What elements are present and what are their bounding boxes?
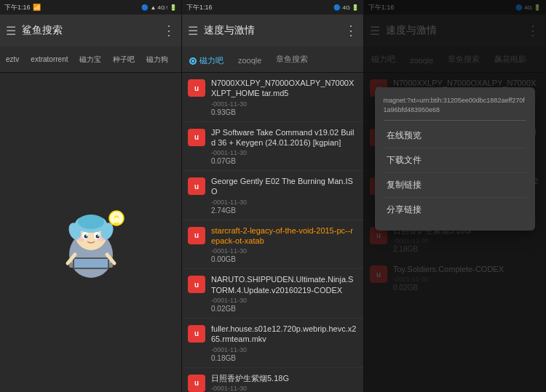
tab-eztv[interactable]: eztv: [0, 51, 25, 68]
panel2-title: 速度与激情: [204, 24, 339, 37]
tab-zooqle-2[interactable]: zooqle: [231, 50, 269, 72]
popup-action-2[interactable]: 复制链接: [384, 173, 526, 198]
item-title-2-2: George Gently E02 The Burning Man.ISO: [211, 176, 357, 197]
svg-point-11: [84, 234, 87, 238]
mascot-svg: [47, 182, 135, 284]
panel-3: 下午1:16 🔵 4G 🔋 ☰ 速度与激情 ⋮ 磁力吧 zooqle 章鱼搜索 …: [364, 0, 546, 392]
status-bar-1: 下午1:16 📶 🔵 ▲ 4G↑ 🔋: [0, 0, 181, 15]
item-icon-2-5: u: [188, 325, 205, 343]
item-content-2-0: N7000XXLPY_N7000OXALPY_N7000XXLPT_HOME t…: [211, 78, 357, 116]
svg-rect-3: [74, 259, 108, 268]
item-title-2-3: starcraft-2-legacy-of-the-void-2015-pc--…: [211, 225, 357, 247]
bt-icon-1: 🔵: [141, 4, 149, 11]
more-icon-2[interactable]: ⋮: [344, 23, 357, 39]
icon-letter-2-3: u: [194, 231, 199, 239]
tab-cilibba-2[interactable]: 磁力吧: [182, 49, 231, 72]
item-meta-2-6: -0001-11-30: [211, 385, 357, 392]
tab-bar-2: 磁力吧 zooqle 章鱼搜索: [182, 47, 363, 73]
item-title-2-4: NARUTO.SHIPPUDEN.Ultimate.Ninja.STORM.4.…: [211, 274, 357, 295]
tab-cilizhen[interactable]: 磁力宝: [74, 50, 107, 69]
bt-icon-2: 🔵: [333, 4, 341, 11]
content-2[interactable]: u N7000XXLPY_N7000OXALPY_N7000XXLPT_HOME…: [182, 73, 363, 392]
signal-1: 4G↑: [157, 4, 168, 11]
item-size-2-2: 2.74GB: [211, 207, 357, 215]
item-icon-2-2: u: [188, 177, 205, 195]
menu-icon-2[interactable]: ☰: [188, 24, 198, 38]
item-icon-2-1: u: [188, 129, 205, 146]
more-icon-1[interactable]: ⋮: [162, 23, 175, 39]
item-meta-2-0: -0001-11-30: [211, 100, 357, 108]
status-left-2: 下午1:16: [186, 3, 213, 12]
item-title-2-0: N7000XXLPY_N7000OXALPY_N7000XXLPT_HOME t…: [211, 78, 357, 99]
svg-point-15: [77, 237, 84, 241]
status-right-2: 🔵 4G 🔋: [333, 4, 359, 11]
status-left-1: 下午1:16 📶: [4, 3, 41, 12]
item-content-2-2: George Gently E02 The Burning Man.ISO -0…: [211, 176, 357, 215]
item-meta-2-2: -0001-11-30: [211, 199, 357, 206]
panel-1: 下午1:16 📶 🔵 ▲ 4G↑ 🔋 ☰ 鲨鱼搜索 ⋮ eztv extrato…: [0, 0, 182, 392]
tab-extratorrent[interactable]: extratorrent: [25, 51, 74, 68]
item-content-2-3: starcraft-2-legacy-of-the-void-2015-pc--…: [211, 225, 357, 264]
item-icon-2-3: u: [188, 227, 205, 244]
tab-ciligo[interactable]: 磁力狗: [141, 50, 174, 69]
mascot-area: [0, 73, 181, 392]
icon-letter-2-1: u: [194, 133, 199, 141]
list-item-2-6[interactable]: u 日照香炉生紫烟5.18G -0001-11-30 2.18GB: [182, 368, 363, 392]
item-icon-2-4: u: [188, 276, 205, 293]
item-content-2-6: 日照香炉生紫烟5.18G -0001-11-30 2.18GB: [211, 373, 357, 392]
battery-2: 🔋: [352, 4, 359, 11]
popup-overlay[interactable]: magnet:?xt=urn:btih:31205ee00dbc1882aeff…: [364, 0, 545, 392]
status-right-1: 🔵 ▲ 4G↑ 🔋: [141, 4, 177, 11]
icon-letter-2-2: u: [194, 183, 199, 191]
popup-action-1[interactable]: 下载文件: [384, 148, 526, 173]
top-bar-1: ☰ 鲨鱼搜索 ⋮: [0, 15, 181, 47]
status-time-1: 下午1:16: [4, 3, 31, 12]
radio-circle-2: [189, 57, 197, 65]
svg-point-16: [98, 237, 105, 241]
svg-point-13: [86, 235, 87, 236]
item-size-2-0: 0.93GB: [211, 108, 357, 116]
list-item-2-2[interactable]: u George Gently E02 The Burning Man.ISO …: [182, 171, 363, 220]
list-item-2-1[interactable]: u JP Software Take Command v19.02 Build …: [182, 122, 363, 172]
status-bar-2: 下午1:16 🔵 4G 🔋: [182, 0, 363, 15]
popup-box: magnet:?xt=urn:btih:31205ee00dbc1882aeff…: [375, 87, 535, 231]
item-title-2-5: fuller.house.s01e12.720p.webrip.hevc.x26…: [211, 324, 357, 345]
list-item-2-0[interactable]: u N7000XXLPY_N7000OXALPY_N7000XXLPT_HOME…: [182, 73, 363, 122]
icon-letter-2-5: u: [194, 329, 199, 337]
popup-action-0[interactable]: 在线预览: [384, 124, 526, 148]
tab-zhangyu-2[interactable]: 章鱼搜索: [269, 48, 315, 72]
icon-letter-2-4: u: [194, 281, 199, 289]
list-item-2-5[interactable]: u fuller.house.s01e12.720p.webrip.hevc.x…: [182, 319, 363, 368]
svg-point-6: [78, 215, 104, 229]
icon-letter-2-0: u: [194, 84, 199, 92]
item-size-2-1: 0.07GB: [211, 157, 357, 165]
tab-zhongziba[interactable]: 种子吧: [107, 50, 141, 69]
menu-icon-1[interactable]: ☰: [6, 24, 16, 38]
status-time-2: 下午1:16: [186, 3, 213, 12]
item-title-2-6: 日照香炉生紫烟5.18G: [211, 373, 357, 383]
wifi-icon-1: ▲: [150, 4, 156, 11]
item-title-2-1: JP Software Take Command v19.02 Build 36…: [211, 127, 357, 148]
item-icon-2-0: u: [188, 79, 205, 97]
popup-magnet-text: magnet:?xt=urn:btih:31205ee00dbc1882aeff…: [384, 96, 526, 121]
panel1-title: 鲨鱼搜索: [22, 24, 157, 37]
item-meta-2-3: -0001-11-30: [211, 247, 357, 255]
top-bar-2: ☰ 速度与激情 ⋮: [182, 15, 363, 47]
status-signal-1: 📶: [33, 4, 41, 11]
svg-point-14: [98, 235, 99, 236]
panel-2: 下午1:16 🔵 4G 🔋 ☰ 速度与激情 ⋮ 磁力吧 zooqle 章鱼搜索 …: [182, 0, 364, 392]
item-content-2-5: fuller.house.s01e12.720p.webrip.hevc.x26…: [211, 324, 357, 362]
item-meta-2-1: -0001-11-30: [211, 149, 357, 156]
tab-cilibba-label-2: 磁力吧: [199, 55, 223, 66]
item-content-2-4: NARUTO.SHIPPUDEN.Ultimate.Ninja.STORM.4.…: [211, 274, 357, 313]
item-size-2-4: 0.02GB: [211, 305, 357, 313]
item-size-2-3: 0.00GB: [211, 255, 357, 263]
item-icon-2-6: u: [188, 375, 205, 392]
icon-letter-2-6: u: [194, 379, 199, 387]
popup-action-3[interactable]: 分享链接: [384, 198, 526, 222]
list-item-2-3[interactable]: u starcraft-2-legacy-of-the-void-2015-pc…: [182, 220, 363, 270]
item-meta-2-4: -0001-11-30: [211, 297, 357, 304]
list-item-2-4[interactable]: u NARUTO.SHIPPUDEN.Ultimate.Ninja.STORM.…: [182, 269, 363, 319]
battery-1: 🔋: [170, 4, 177, 11]
radio-inner-2: [191, 60, 194, 63]
